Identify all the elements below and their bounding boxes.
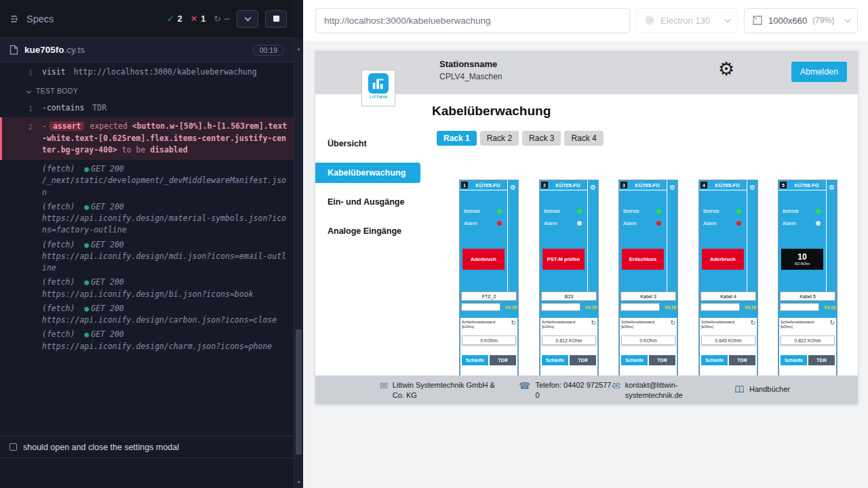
logo-text: LITTWIN xyxy=(370,95,388,99)
tab-rack-2[interactable]: Rack 2 xyxy=(480,131,519,146)
gear-icon[interactable]: ⚙ xyxy=(669,184,675,191)
log-fetch-row[interactable]: (fetch) ●GET 200https://api.iconify.desi… xyxy=(0,302,294,328)
display-box xyxy=(701,303,740,311)
sidebar-item-kabelueberwachung[interactable]: Kabelüberwachung xyxy=(315,163,420,183)
sidebar-item-analoge-eingaenge[interactable]: Analoge Eingänge xyxy=(315,221,420,241)
test-icon xyxy=(9,443,17,451)
station-info: Stationsname CPLV4_Maschen xyxy=(439,59,502,81)
spec-duration: 00:19 xyxy=(253,45,284,56)
card-title: KÜ706-FO xyxy=(789,182,825,188)
log-fetch-row[interactable]: (fetch) ●GET 200https://api.iconify.desi… xyxy=(0,275,294,302)
resistance-value: 0 KOhm xyxy=(621,336,675,345)
viewport-selector[interactable]: 1000x660 (79%) xyxy=(744,8,858,33)
spec-bar[interactable]: kue705fo.cy.ts 00:19 xyxy=(0,38,294,62)
schleife-button[interactable]: Schleife xyxy=(542,355,568,365)
alarm-led xyxy=(577,221,582,226)
url-input[interactable] xyxy=(315,8,630,33)
specs-menu-button[interactable]: Specs xyxy=(9,14,54,24)
scrollbar-thumb[interactable] xyxy=(296,329,302,455)
betrieb-led xyxy=(577,209,582,214)
device-card: 5 KÜ706-FO Betrieb Alarm 10 ISO MOhm ⚙ K… xyxy=(778,180,837,375)
footer-handbuecher[interactable]: Handbücher xyxy=(734,384,790,397)
email-icon: ✉ xyxy=(612,380,620,401)
status-button[interactable]: Erdschluss xyxy=(622,249,664,270)
status-dot: ● xyxy=(84,164,89,174)
log-failed-assert[interactable]: 2 -assertexpected <button.w-[50%].h-[1.5… xyxy=(0,117,294,160)
app-sidebar: Übersicht Kabelüberwachung Ein- und Ausg… xyxy=(315,94,420,375)
log-command-visit[interactable]: 1 visithttp://localhost:3000/kabelueberw… xyxy=(0,65,294,79)
runner-scrollbar[interactable]: ▲ ▼ xyxy=(294,38,303,488)
betrieb-led xyxy=(497,209,502,214)
tab-rack-4[interactable]: Rack 4 xyxy=(564,131,603,146)
sidebar-item-uebersicht[interactable]: Übersicht xyxy=(315,134,420,154)
viewport-icon xyxy=(752,15,763,26)
tab-rack-1[interactable]: Rack 1 xyxy=(437,131,477,146)
test-body-section[interactable]: TEST BODY xyxy=(0,79,294,101)
tdr-button[interactable]: TDR xyxy=(490,355,516,365)
reload-icon: ↻ xyxy=(214,14,220,24)
card-number: 1 xyxy=(461,182,468,188)
tdr-button[interactable]: TDR xyxy=(808,355,835,365)
firmware-version: V4.19 xyxy=(580,305,597,310)
next-test-title[interactable]: should open and close the settings modal xyxy=(0,436,294,458)
collapse-button[interactable] xyxy=(237,10,258,28)
footer-phone[interactable]: ☎ Telefon: 04402 972577-0 xyxy=(519,380,616,401)
tdr-button[interactable]: TDR xyxy=(729,355,755,365)
status-button[interactable]: Aderbruch xyxy=(702,249,744,270)
station-label: Stationsname xyxy=(439,59,502,69)
tdr-button[interactable]: TDR xyxy=(649,355,675,365)
specs-list-icon xyxy=(9,14,20,24)
log-fetch-row[interactable]: (fetch) ●GET 200https://api.iconify.desi… xyxy=(0,200,294,238)
device-card: 3 KÜ705-FO Betrieb Alarm Erdschluss ⚙ Ka… xyxy=(618,180,678,375)
logout-button[interactable]: Abmelden xyxy=(791,62,847,82)
log-fetch-row[interactable]: (fetch) ●GET 200/_next/static/developmen… xyxy=(0,162,294,200)
browser-selector[interactable]: Electron 130 xyxy=(636,8,738,33)
firmware-version: V4.19 xyxy=(740,305,756,310)
schleife-button[interactable]: Schleife xyxy=(781,355,807,365)
status-button[interactable]: PST-M prüfen xyxy=(542,249,585,270)
display-box xyxy=(461,303,500,311)
gear-icon[interactable]: ⚙ xyxy=(510,184,516,191)
footer-email[interactable]: ✉ kontakt@littwin-systemtechnik.de xyxy=(612,380,690,401)
iso-display: 10 ISO MOhm xyxy=(781,249,823,270)
schleife-button[interactable]: Schleife xyxy=(701,355,728,365)
resistance-value: 0.822 KOhm xyxy=(781,336,835,345)
station-name: CPLV4_Maschen xyxy=(439,72,502,81)
log-command-contains[interactable]: 1 -containsTDR xyxy=(0,101,294,115)
littwin-logo: LITTWIN xyxy=(361,70,395,106)
gear-icon[interactable]: ⚙ xyxy=(829,184,835,191)
scroll-up-arrow[interactable]: ▲ xyxy=(294,43,303,53)
log-fetch-row[interactable]: (fetch) ●GET 200https://api.iconify.desi… xyxy=(0,327,294,354)
refresh-icon[interactable]: ↻ xyxy=(750,320,755,326)
alarm-led xyxy=(497,221,502,226)
display-box xyxy=(620,303,660,311)
chevron-down-icon xyxy=(244,14,251,21)
stop-button[interactable] xyxy=(265,10,287,28)
gear-icon[interactable]: ⚙ xyxy=(590,184,596,191)
refresh-icon[interactable]: ↻ xyxy=(670,320,675,326)
tdr-button[interactable]: TDR xyxy=(570,355,596,365)
app-footer: ✉ Littwin Systemtechnik GmbH & Co. KG ☎ … xyxy=(315,375,858,404)
settings-gear-icon[interactable]: ⚙ xyxy=(718,60,734,79)
tab-rack-3[interactable]: Rack 3 xyxy=(522,131,561,146)
status-dot: ● xyxy=(84,240,89,249)
scroll-down-arrow[interactable]: ▼ xyxy=(294,477,303,487)
cypress-runner-panel: Specs ✓2 ✕1 ↻-- kue705fo.cy.ts 00:19 1 v… xyxy=(0,0,303,488)
schleife-button[interactable]: Schleife xyxy=(621,355,648,365)
refresh-icon[interactable]: ↻ xyxy=(829,320,835,326)
email-icon: ✉ xyxy=(380,380,388,401)
alarm-led xyxy=(736,221,741,226)
status-button[interactable]: Aderbruch xyxy=(462,249,505,270)
sidebar-item-ein-und-ausgaenge[interactable]: Ein- und Ausgänge xyxy=(315,192,420,212)
betrieb-led xyxy=(736,209,741,214)
gear-icon[interactable]: ⚙ xyxy=(749,184,755,191)
refresh-icon[interactable]: ↻ xyxy=(511,320,516,326)
firmware-version: V4.19 xyxy=(819,305,835,310)
alarm-led xyxy=(816,221,821,226)
firmware-version: V4.19 xyxy=(660,305,676,310)
log-fetch-row[interactable]: (fetch) ●GET 200https://api.iconify.desi… xyxy=(0,238,294,276)
device-card: 1 KÜ705-FO Betrieb Alarm Aderbruch ⚙ FTZ… xyxy=(459,180,519,375)
spec-file-icon xyxy=(9,45,18,55)
refresh-icon[interactable]: ↻ xyxy=(591,320,596,326)
schleife-button[interactable]: Schleife xyxy=(462,355,488,365)
